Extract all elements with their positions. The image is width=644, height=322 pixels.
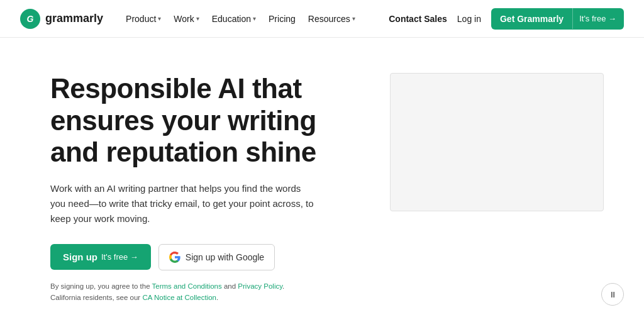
hero-preview-box [390, 73, 604, 211]
contact-sales-button[interactable]: Contact Sales [389, 14, 447, 24]
logo[interactable]: G grammarly [20, 9, 103, 29]
terms-link[interactable]: Terms and Conditions [152, 282, 222, 290]
terms-prefix: By signing up, you agree to the [50, 282, 152, 290]
trust-bar: Trusted by 50,000 organizations and 40 m… [0, 304, 644, 322]
nav-education-label: Education [212, 14, 251, 24]
nav-pricing[interactable]: Pricing [264, 10, 301, 28]
get-grammarly-sub-label: It's free → [572, 8, 624, 29]
hero-right [390, 73, 604, 211]
hero-left: Responsible AI that ensures your writing… [50, 73, 352, 304]
get-grammarly-button[interactable]: Get Grammarly It's free → [491, 8, 624, 30]
nav-left: G grammarly Product ▾ Work ▾ Education ▾… [20, 9, 360, 29]
nav-work[interactable]: Work ▾ [169, 10, 204, 28]
navbar: G grammarly Product ▾ Work ▾ Education ▾… [0, 0, 644, 38]
terms-end: . [216, 294, 218, 301]
nav-work-label: Work [174, 14, 194, 24]
hero-description: Work with an AI writing partner that hel… [50, 181, 314, 226]
nav-product-label: Product [126, 14, 156, 24]
nav-links: Product ▾ Work ▾ Education ▾ Pricing Res… [121, 10, 360, 28]
terms-and: and [222, 282, 238, 290]
nav-pricing-label: Pricing [269, 14, 296, 24]
privacy-link[interactable]: Privacy Policy [238, 282, 282, 290]
chevron-down-icon: ▾ [196, 15, 199, 22]
logo-text: grammarly [45, 12, 103, 25]
ca-notice-link[interactable]: CA Notice at Collection [142, 294, 216, 301]
google-signup-button[interactable]: Sign up with Google [158, 244, 275, 270]
signup-sub: It's free → [101, 252, 138, 262]
terms-text: By signing up, you agree to the Terms an… [50, 280, 314, 304]
nav-right: Contact Sales Log in Get Grammarly It's … [389, 8, 624, 30]
login-button[interactable]: Log in [457, 14, 481, 24]
signup-label: Sign up [63, 252, 97, 262]
main-content: Responsible AI that ensures your writing… [0, 38, 644, 304]
logo-icon: G [20, 9, 40, 29]
hero-title: Responsible AI that ensures your writing… [50, 73, 352, 169]
chevron-down-icon: ▾ [253, 15, 256, 22]
google-icon [169, 252, 180, 263]
nav-product[interactable]: Product ▾ [121, 10, 166, 28]
get-grammarly-label: Get Grammarly [491, 8, 572, 30]
cta-row: Sign up It's free → Sign up with Google [50, 244, 352, 270]
nav-resources[interactable]: Resources ▾ [303, 10, 360, 28]
nav-resources-label: Resources [308, 14, 350, 24]
nav-education[interactable]: Education ▾ [207, 10, 261, 28]
pause-button[interactable]: ⏸ [601, 283, 624, 306]
signup-button[interactable]: Sign up It's free → [50, 244, 151, 270]
pause-icon: ⏸ [609, 290, 617, 299]
chevron-down-icon: ▾ [352, 15, 355, 22]
google-signup-label: Sign up with Google [186, 252, 264, 262]
chevron-down-icon: ▾ [158, 15, 161, 22]
